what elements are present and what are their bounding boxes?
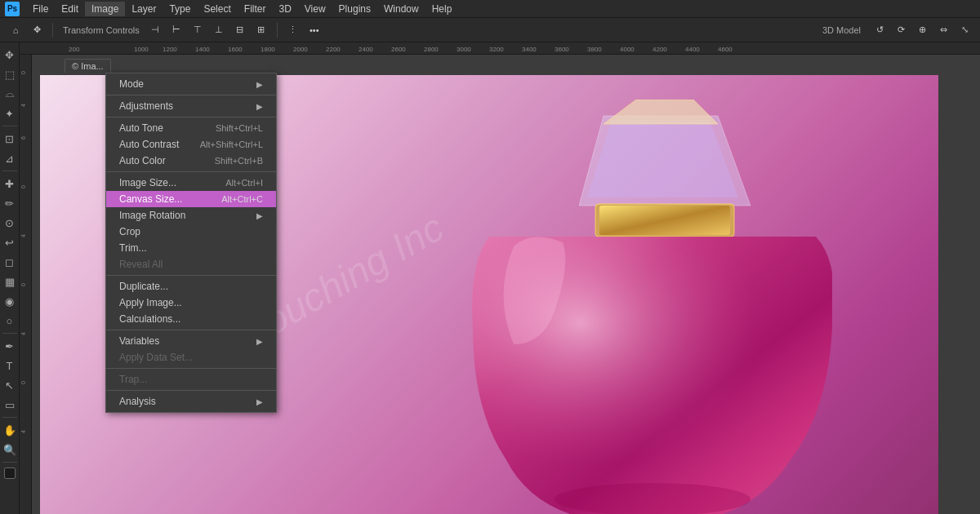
crop-tool[interactable]: ⊡ (1, 130, 19, 148)
menu-type[interactable]: Type (163, 2, 197, 16)
menu-variables[interactable]: Variables ▶ (106, 333, 276, 349)
home-btn[interactable]: ⌂ (7, 21, 24, 39)
ruler-tick-3000: 3000 (457, 46, 471, 53)
3d-roll-btn[interactable]: ⟳ (892, 21, 910, 39)
eraser-tool[interactable]: ◻ (1, 253, 19, 271)
zoom-tool[interactable]: 🔍 (1, 441, 19, 459)
ruler-tick-3400: 3400 (522, 46, 537, 53)
ruler-tick-1000: 1000 (134, 46, 149, 53)
move-tool-btn[interactable]: ✥ (28, 21, 46, 39)
eyedropper-tool[interactable]: ⊿ (1, 149, 19, 167)
align-center-h-btn[interactable]: ⊢ (167, 21, 185, 39)
menu-edit[interactable]: Edit (55, 2, 85, 16)
healing-brush-tool[interactable]: ✚ (1, 175, 19, 193)
menu-plugins[interactable]: Plugins (332, 2, 377, 16)
foreground-color[interactable] (4, 467, 16, 479)
options-toolbar: ⌂ ✥ Transform Controls ⊣ ⊢ ⊤ ⊥ ⊟ ⊞ ⋮ •••… (0, 18, 980, 42)
magic-wand-tool[interactable]: ✦ (1, 104, 19, 122)
menu-crop-label: Crop (119, 226, 140, 237)
align-top-btn[interactable]: ⊥ (210, 21, 228, 39)
3d-slide-btn[interactable]: ⇔ (934, 21, 952, 39)
menu-mode-label: Mode (119, 78, 144, 90)
3d-pan-btn[interactable]: ⊕ (913, 21, 931, 39)
selection-tool[interactable]: ⬚ (1, 65, 19, 83)
menu-reveal-all[interactable]: Reveal All (106, 256, 276, 273)
menu-apply-data-set[interactable]: Apply Data Set... (106, 349, 276, 366)
ruler-tick-2600: 2600 (391, 46, 406, 53)
move-tool[interactable]: ✥ (1, 46, 19, 64)
menu-image-size[interactable]: Image Size... Alt+Ctrl+I (106, 175, 276, 191)
dist-h-btn[interactable]: ⋮ (284, 21, 302, 39)
menu-file[interactable]: File (26, 2, 55, 16)
path-selection-tool[interactable]: ↖ (1, 376, 19, 394)
menu-canvas-size-label: Canvas Size... (119, 193, 182, 205)
3d-scale-btn[interactable]: ⤡ (956, 21, 973, 39)
ruler-tick-2800: 2800 (424, 46, 439, 53)
menu-canvas-size[interactable]: Canvas Size... Alt+Ctrl+C (106, 191, 276, 207)
ruler-tick-1600: 1600 (228, 46, 243, 53)
shape-tool[interactable]: ▭ (1, 396, 19, 414)
menu-mode[interactable]: Mode ▶ (106, 76, 276, 92)
menu-trap-label: Trap... (119, 374, 147, 385)
perfume-bottle-svg (261, 100, 832, 514)
menu-variables-arrow: ▶ (256, 337, 263, 346)
menu-variables-label: Variables (119, 335, 159, 347)
align-right-btn[interactable]: ⊤ (189, 21, 207, 39)
menu-duplicate[interactable]: Duplicate... (106, 278, 276, 295)
ruler-v-4: 0 (20, 185, 26, 188)
menu-calculations[interactable]: Calculations... (106, 311, 276, 327)
stamp-tool[interactable]: ⊙ (1, 214, 19, 232)
menu-view[interactable]: View (298, 2, 332, 16)
menu-apply-image[interactable]: Apply Image... (106, 295, 276, 311)
history-brush-tool[interactable]: ↩ (1, 233, 19, 251)
ruler-v-8: 0 (20, 381, 26, 384)
align-center-v-btn[interactable]: ⊟ (231, 21, 249, 39)
canvas-tab[interactable]: © Ima... (65, 59, 111, 73)
ruler-tick-3600: 3600 (555, 46, 569, 53)
menu-apply-image-label: Apply Image... (119, 297, 182, 308)
menu-crop[interactable]: Crop (106, 224, 276, 240)
menu-image-size-label: Image Size... (119, 177, 176, 188)
blur-tool[interactable]: ◉ (1, 292, 19, 310)
type-tool[interactable]: T (1, 357, 19, 374)
menu-trap[interactable]: Trap... (106, 371, 276, 388)
menu-analysis[interactable]: Analysis ▶ (106, 393, 276, 410)
dodge-tool[interactable]: ○ (1, 312, 19, 330)
menu-select[interactable]: Select (197, 2, 237, 16)
menu-layer[interactable]: Layer (125, 2, 163, 16)
menu-auto-contrast[interactable]: Auto Contrast Alt+Shift+Ctrl+L (106, 136, 276, 153)
align-bottom-btn[interactable]: ⊞ (252, 21, 270, 39)
menu-filter[interactable]: Filter (238, 2, 273, 16)
ruler-tick-1400: 1400 (195, 46, 210, 53)
menu-trim-label: Trim... (119, 242, 147, 254)
menu-auto-tone[interactable]: Auto Tone Shift+Ctrl+L (106, 120, 276, 136)
left-tools-panel: ✥ ⬚ ⌓ ✦ ⊡ ⊿ ✚ ✏ ⊙ ↩ ◻ ▦ ◉ ○ ✒ T ↖ ▭ ✋ 🔍 (0, 42, 20, 514)
align-left-btn[interactable]: ⊣ (146, 21, 164, 39)
more-btn[interactable]: ••• (305, 21, 323, 39)
menu-3d[interactable]: 3D (272, 2, 297, 16)
ruler-tick-4000: 4000 (620, 46, 635, 53)
brush-tool[interactable]: ✏ (1, 194, 19, 212)
menu-image-rotation[interactable]: Image Rotation ▶ (106, 207, 276, 224)
ruler-v-2: 4 (20, 104, 26, 107)
canvas-area: © Ima... © Retouching Inc (32, 55, 980, 514)
menu-trim[interactable]: Trim... (106, 240, 276, 256)
menu-adjustments-arrow: ▶ (256, 102, 263, 111)
menu-adjustments[interactable]: Adjustments ▶ (106, 98, 276, 114)
pen-tool[interactable]: ✒ (1, 337, 19, 355)
hand-tool[interactable]: ✋ (1, 421, 19, 439)
menu-image-size-shortcut: Alt+Ctrl+I (225, 178, 263, 188)
ruler-tick-1200: 1200 (163, 46, 177, 53)
menu-section-analysis: Analysis ▶ (106, 391, 276, 412)
menu-auto-color[interactable]: Auto Color Shift+Ctrl+B (106, 153, 276, 169)
gradient-tool[interactable]: ▦ (1, 273, 19, 290)
menu-section-trap: Trap... (106, 369, 276, 391)
menu-image[interactable]: Image (85, 2, 125, 16)
ruler-v-5: 4 (20, 234, 26, 237)
menu-help[interactable]: Help (425, 2, 459, 16)
3d-rotate-btn[interactable]: ↺ (871, 21, 889, 39)
menu-window[interactable]: Window (377, 2, 425, 16)
lasso-tool[interactable]: ⌓ (1, 85, 19, 103)
tool-sep-3 (2, 333, 17, 334)
ruler-tick-4200: 4200 (653, 46, 667, 53)
